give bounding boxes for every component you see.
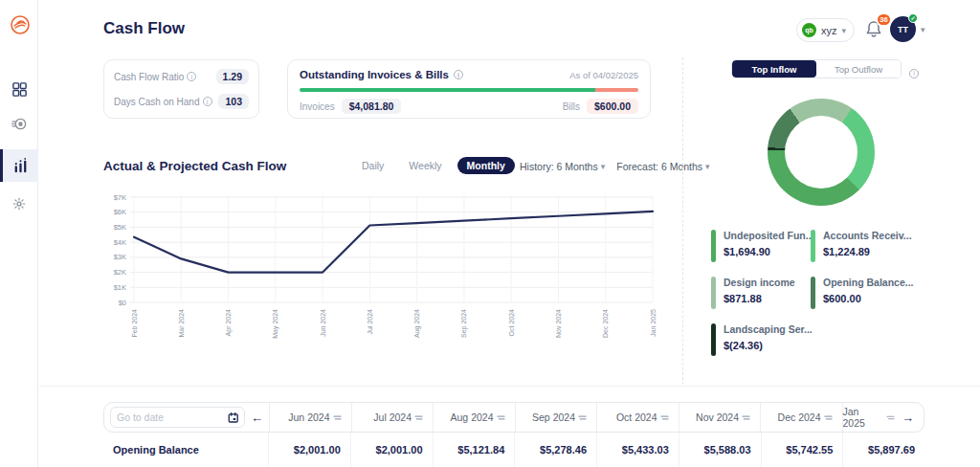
legend-marker — [711, 230, 716, 262]
outstanding-title: Outstanding Invoices & Bills i — [300, 69, 463, 80]
legend-value: $871.88 — [724, 293, 795, 304]
x-tick-label: Jul 2024 — [367, 309, 373, 335]
tab-monthly[interactable]: Monthly — [457, 157, 515, 174]
column-header-oct-2024[interactable]: Oct 2024 — [596, 403, 679, 432]
inflow-outflow-toggle: Top InflowTop Outflow — [731, 59, 902, 78]
metric-value: 1.29 — [216, 69, 249, 84]
sidebar — [0, 0, 38, 467]
quickbooks-icon: qb — [802, 23, 816, 37]
notifications-button[interactable]: 36 — [863, 19, 886, 42]
cash-flow-line-chart[interactable]: $0$1K$2K$3K$4K$5K$6K$7KFeb 2024Mar 2024A… — [100, 184, 666, 366]
sort-icon — [333, 414, 342, 421]
user-menu[interactable]: TT ✓ ▾ — [890, 16, 925, 42]
legend-label: Landscaping Ser... — [724, 323, 813, 335]
page-title: Cash Flow — [103, 19, 185, 38]
column-header-jul-2024[interactable]: Jul 2024 — [351, 403, 434, 432]
legend-item[interactable]: Landscaping Ser...$(24.36) — [711, 323, 807, 356]
y-tick-label: $3K — [114, 253, 126, 261]
app-logo-icon[interactable] — [9, 13, 32, 36]
frequency-tabs: DailyWeeklyMonthly — [352, 157, 515, 174]
column-header-aug-2024[interactable]: Aug 2024 — [433, 403, 515, 432]
invoices-bills-bar — [300, 88, 638, 92]
scroll-right-arrow[interactable]: → — [902, 411, 914, 424]
cell-value: $2,001.00 — [350, 433, 433, 467]
legend-item[interactable]: Opening Balance...$600.00 — [811, 277, 935, 309]
gear-icon — [11, 196, 27, 211]
sidebar-item-activity[interactable] — [0, 107, 38, 140]
x-tick-label: Jan 2025 — [650, 309, 657, 337]
metric-row: Cash Flow Ratio i 1.29 — [114, 69, 249, 84]
x-tick-label: May 2024 — [272, 309, 279, 339]
bills-value: $600.00 — [587, 99, 638, 114]
as-of-date: As of 04/02/2025 — [569, 70, 638, 80]
legend-label: Accounts Receiv... — [823, 230, 912, 241]
y-tick-label: $1K — [114, 283, 126, 292]
legend-item[interactable]: Accounts Receiv...$1,224.89 — [811, 230, 935, 262]
sidebar-item-settings[interactable] — [0, 188, 38, 220]
invoices-bar-segment — [300, 88, 595, 92]
y-tick-label: $5K — [114, 223, 126, 232]
legend-marker — [711, 323, 716, 356]
table-header-first-cell: ← — [104, 403, 269, 432]
legend-item[interactable]: Design income$871.88 — [711, 277, 807, 309]
chevron-down-icon: ▾ — [921, 25, 925, 34]
tab-daily[interactable]: Daily — [352, 157, 393, 174]
info-icon[interactable]: i — [187, 72, 196, 81]
column-label: Sep 2024 — [532, 411, 575, 423]
table-row: Opening Balance $2,001.00$2,001.00$5,121… — [103, 433, 924, 467]
sort-icon — [414, 414, 423, 421]
invoices-label: Invoices — [300, 101, 335, 112]
chevron-down-icon: ▾ — [601, 162, 606, 171]
cell-value: $5,742.55 — [761, 433, 843, 467]
y-tick-label: $6K — [114, 208, 126, 216]
legend-item[interactable]: Undeposited Fun...$1,694.90 — [711, 230, 807, 262]
company-selector[interactable]: qb xyz ▾ — [796, 18, 855, 42]
legend-label: Opening Balance... — [823, 277, 914, 288]
column-header-sep-2024[interactable]: Sep 2024 — [515, 403, 597, 432]
info-icon[interactable]: i — [203, 97, 212, 106]
donut-legend: Undeposited Fun...$1,694.90Accounts Rece… — [711, 230, 941, 356]
toggle-top-outflow[interactable]: Top Outflow — [816, 60, 901, 78]
panel-divider — [682, 57, 683, 385]
forecast-dropdown[interactable]: Forecast: 6 Months▾ — [616, 161, 709, 172]
cell-value: $2,001.00 — [268, 433, 350, 467]
x-tick-label: Apr 2024 — [225, 309, 233, 337]
toggle-top-inflow[interactable]: Top Inflow — [732, 60, 816, 78]
top-inflow-donut-chart[interactable] — [768, 99, 875, 206]
y-tick-label: $4K — [114, 238, 126, 247]
grid-icon — [11, 81, 28, 98]
verified-check-icon: ✓ — [908, 13, 918, 23]
column-label: Dec 2024 — [778, 411, 821, 423]
company-name: xyz — [821, 25, 837, 36]
history-dropdown[interactable]: History: 6 Months▾ — [520, 161, 605, 172]
sidebar-item-cash-flow[interactable] — [0, 149, 38, 182]
x-tick-label: Sep 2024 — [460, 309, 468, 338]
chart-section-title: Actual & Projected Cash Flow — [103, 159, 286, 173]
bar-chart-icon — [12, 158, 29, 174]
column-header-jan-2025[interactable]: Jan 2025→ — [842, 403, 924, 432]
cell-value: $5,433.03 — [596, 433, 679, 467]
sort-icon — [824, 414, 833, 421]
tab-weekly[interactable]: Weekly — [399, 157, 451, 174]
legend-value: $600.00 — [823, 293, 914, 304]
go-to-date-input[interactable] — [110, 407, 245, 428]
scroll-left-arrow[interactable]: ← — [251, 411, 263, 424]
sidebar-item-dashboard[interactable] — [0, 73, 38, 105]
cell-value: $5,278.46 — [514, 433, 596, 467]
date-input-field[interactable] — [117, 411, 224, 423]
column-label: Jan 2025 — [843, 406, 884, 429]
column-header-jun-2024[interactable]: Jun 2024 — [269, 403, 351, 432]
info-icon[interactable]: i — [909, 62, 919, 79]
column-label: Jul 2024 — [373, 411, 412, 423]
column-header-nov-2024[interactable]: Nov 2024 — [679, 403, 761, 432]
legend-value: $1,224.89 — [823, 246, 912, 257]
chevron-down-icon: ▾ — [842, 26, 847, 35]
column-header-dec-2024[interactable]: Dec 2024 — [760, 403, 842, 432]
calendar-icon[interactable] — [228, 411, 238, 424]
metric-label: Cash Flow Ratio i — [114, 72, 196, 82]
x-tick-label: Feb 2024 — [131, 309, 138, 338]
cell-value: $5,121.84 — [433, 433, 515, 467]
column-label: Nov 2024 — [696, 411, 739, 423]
info-icon[interactable]: i — [454, 70, 463, 79]
metrics-card: Cash Flow Ratio i 1.29 Days Cash on Hand… — [103, 59, 259, 119]
